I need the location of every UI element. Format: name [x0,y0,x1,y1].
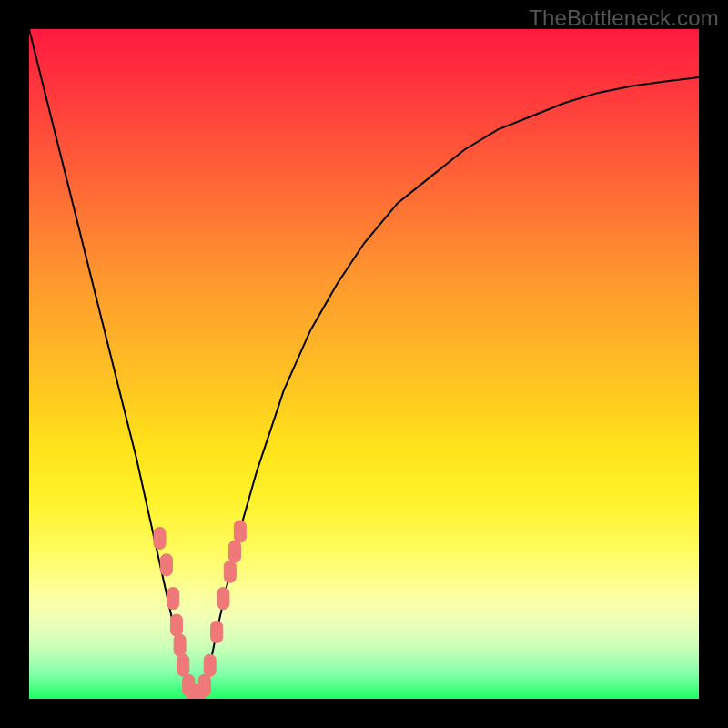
highlight-markers-group [154,521,246,699]
highlight-marker [177,654,189,676]
highlight-marker [229,541,241,562]
watermark-text: TheBottleneck.com [529,5,719,31]
outer-frame: TheBottleneck.com [0,0,728,728]
highlight-marker [198,674,210,696]
highlight-marker [224,561,236,582]
bottleneck-curve [29,29,699,699]
plot-area [29,29,699,699]
highlight-marker [167,588,179,610]
highlight-marker [154,527,166,549]
highlight-marker [170,614,182,636]
highlight-marker [204,654,216,676]
highlight-marker [211,621,223,642]
chart-svg [29,29,699,699]
highlight-marker [234,521,246,542]
highlight-marker [174,634,186,656]
highlight-marker [217,588,229,610]
highlight-marker [160,554,172,576]
